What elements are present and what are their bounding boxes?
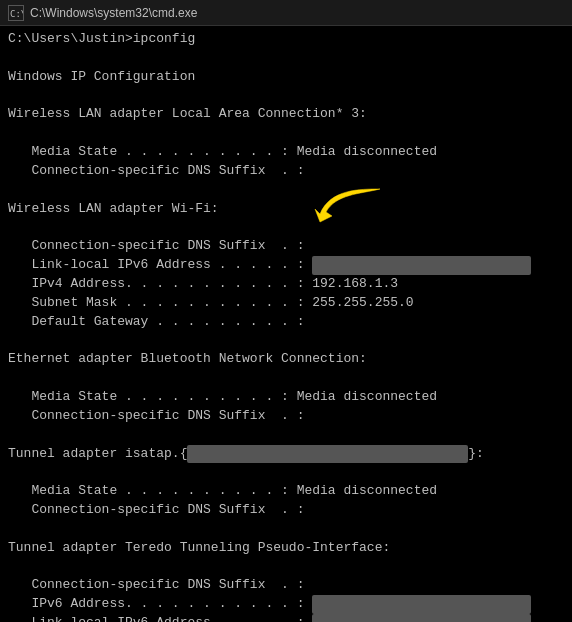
line-dns5: Connection-specific DNS Suffix . : [8,576,564,595]
link-local-blurred: fe80::a1b2:c3d4:e5f6:7890%12 [312,256,530,275]
line-dns4: Connection-specific DNS Suffix . : [8,501,564,520]
line-ipv4: IPv4 Address. . . . . . . . . . . : 192.… [8,275,564,294]
line-blank5 [8,218,564,237]
svg-text:C:\: C:\ [10,9,23,19]
window-title: C:\Windows\system32\cmd.exe [30,6,197,20]
line-wireless-local: Wireless LAN adapter Local Area Connecti… [8,105,564,124]
line-blank7 [8,369,564,388]
line-dns2: Connection-specific DNS Suffix . : [8,237,564,256]
line-tunnel-teredo: Tunnel adapter Teredo Tunneling Pseudo-I… [8,539,564,558]
line-blank11 [8,558,564,577]
line-blank8 [8,426,564,445]
line-blank4 [8,181,564,200]
line-link-local: Link-local IPv6 Address . . . . . : fe80… [8,256,564,275]
line-dns3: Connection-specific DNS Suffix . : [8,407,564,426]
console-area: C:\Users\Justin>ipconfig Windows IP Conf… [0,26,572,622]
line-prompt1: C:\Users\Justin>ipconfig [8,30,564,49]
line-blank1 [8,49,564,68]
title-bar: C:\ C:\Windows\system32\cmd.exe [0,0,572,26]
line-tunnel-isatap: Tunnel adapter isatap.{xxxxxxxx-xxxx-xxx… [8,445,564,464]
ipv6-blurred: 2001:db8:85a3::8a2e:370:7334 [312,595,530,614]
line-media1: Media State . . . . . . . . . . : Media … [8,143,564,162]
link-local2-blurred: fe80::b2c3:d4e5:f6a7:8901%15 [312,614,530,622]
line-blank6 [8,332,564,351]
line-gateway: Default Gateway . . . . . . . . . : [8,313,564,332]
line-wireless-wifi: Wireless LAN adapter Wi-Fi: [8,200,564,219]
line-ethernet-bt: Ethernet adapter Bluetooth Network Conne… [8,350,564,369]
line-blank10 [8,520,564,539]
line-blank2 [8,87,564,106]
line-media2: Media State . . . . . . . . . . : Media … [8,388,564,407]
line-link-local2: Link-local IPv6 Address . . . . . : fe80… [8,614,564,622]
line-subnet: Subnet Mask . . . . . . . . . . . : 255.… [8,294,564,313]
line-ipv6: IPv6 Address. . . . . . . . . . . : 2001… [8,595,564,614]
line-blank9 [8,463,564,482]
line-media3: Media State . . . . . . . . . . : Media … [8,482,564,501]
isatap-blurred: xxxxxxxx-xxxx-xxxx-xxxx-xxxxxxxxxxxx [187,445,468,464]
line-dns1: Connection-specific DNS Suffix . : [8,162,564,181]
line-windows-ip: Windows IP Configuration [8,68,564,87]
cmd-icon: C:\ [8,5,24,21]
line-blank3 [8,124,564,143]
